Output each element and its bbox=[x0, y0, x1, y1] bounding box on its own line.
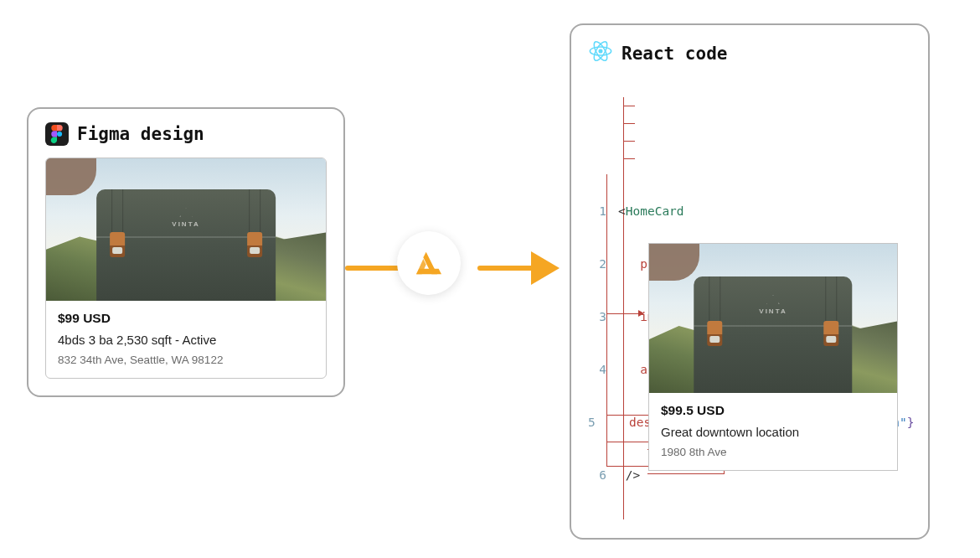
line-number: 4 bbox=[588, 361, 606, 379]
connector-line bbox=[606, 174, 607, 466]
line-number: 5 bbox=[588, 414, 596, 431]
figma-panel: Figma design VINTA $99 USD 4bds 3 ba 2,5… bbox=[27, 107, 345, 397]
card-body: $99 USD 4bds 3 ba 2,530 sqft - Active 83… bbox=[46, 301, 326, 378]
card-price: $99 USD bbox=[58, 311, 314, 326]
bag-brand-label: VINTA bbox=[172, 208, 199, 228]
card-body: $99.5 USD Great downtown location 1980 8… bbox=[649, 393, 897, 470]
card-price: $99.5 USD bbox=[661, 403, 885, 418]
rendered-card: VINTA $99.5 USD Great downtown location … bbox=[648, 243, 898, 471]
connector-line bbox=[606, 313, 640, 314]
card-image: VINTA bbox=[649, 244, 897, 393]
figma-panel-title: Figma design bbox=[77, 124, 204, 144]
design-card: VINTA $99 USD 4bds 3 ba 2,530 sqft - Act… bbox=[45, 158, 327, 379]
aws-amplify-logo-icon bbox=[397, 231, 461, 295]
card-image: VINTA bbox=[46, 158, 326, 301]
arrowhead-icon bbox=[638, 310, 644, 317]
jsx-close: /> bbox=[626, 468, 640, 482]
connector-line bbox=[606, 466, 648, 467]
jsx-tag: HomeCard bbox=[626, 204, 684, 218]
react-panel-header: React code bbox=[588, 39, 911, 68]
card-address: 832 34th Ave, Seattle, WA 98122 bbox=[58, 354, 314, 366]
figma-panel-header: Figma design bbox=[45, 122, 327, 146]
connector-line bbox=[606, 442, 648, 442]
card-description: Great downtown location bbox=[661, 425, 885, 439]
react-panel: React code 1<HomeCard 2 price={99.5} 3 i… bbox=[570, 23, 930, 540]
line-number: 3 bbox=[588, 308, 606, 326]
bag-brand-label: VINTA bbox=[759, 295, 787, 315]
line-number: 6 bbox=[588, 467, 606, 484]
figma-logo-icon bbox=[45, 122, 69, 146]
react-logo-icon bbox=[588, 39, 613, 68]
react-panel-title: React code bbox=[622, 44, 727, 64]
connector-line bbox=[606, 415, 648, 416]
svg-point-0 bbox=[57, 132, 62, 137]
svg-point-1 bbox=[598, 49, 602, 53]
card-description: 4bds 3 ba 2,530 sqft - Active bbox=[58, 333, 314, 347]
line-number: 2 bbox=[588, 256, 606, 273]
card-address: 1980 8th Ave bbox=[661, 446, 885, 458]
line-number: 1 bbox=[588, 203, 606, 220]
